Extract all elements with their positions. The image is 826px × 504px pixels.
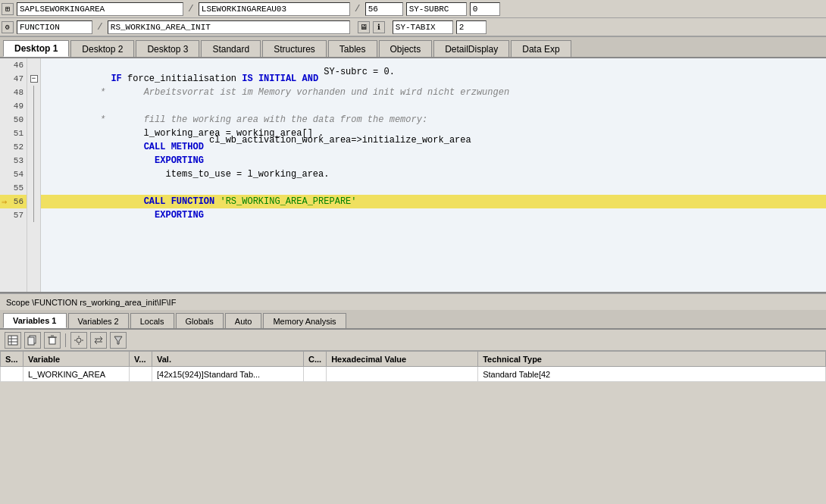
variables-table-wrapper[interactable]: S... Variable V... Val. C... Hexadecimal… [0, 351, 826, 382]
table-icon-btn[interactable] [5, 332, 21, 349]
line-num-51: 51 [0, 127, 27, 140]
transfer-btn[interactable] [90, 332, 107, 349]
svg-marker-16 [114, 337, 122, 344]
variables-table: S... Variable V... Val. C... Hexadecimal… [0, 351, 826, 382]
code-editor: 46 47 48 49 50 51 52 53 54 55 ⇒ 56 57 − [0, 58, 826, 293]
svg-rect-6 [49, 337, 55, 344]
bottom-tab-locals[interactable]: Locals [130, 313, 174, 328]
cell-s [1, 367, 23, 382]
fold-49 [27, 99, 40, 113]
fold-56 [27, 195, 40, 208]
col-header-variable: Variable [23, 352, 130, 367]
line-num-49: 49 [0, 99, 27, 113]
col-header-tech: Technical Type [478, 352, 826, 367]
tab-desktop1[interactable]: Desktop 1 [3, 40, 69, 57]
function-name[interactable]: RS_WORKING_AREA_INIT [108, 20, 350, 34]
fold-52 [27, 140, 40, 154]
delete-btn[interactable] [44, 332, 61, 349]
code-line-54: items_to_use = l_working_area. [41, 167, 826, 181]
tab-desktop3[interactable]: Desktop 3 [136, 40, 199, 57]
line-num-52: 52 [0, 140, 27, 154]
svg-point-9 [77, 338, 81, 343]
fold-54 [27, 167, 40, 181]
cell-v [130, 367, 152, 382]
main-tabs-row: Desktop 1 Desktop 2 Desktop 3 Standard S… [0, 37, 826, 58]
code-lines[interactable]: IF force_initialisation IS INITIAL AND S… [41, 58, 826, 292]
monitor-icon[interactable]: 🖥 [358, 21, 370, 33]
tab-tables[interactable]: Tables [328, 40, 377, 57]
bottom-tabs-row: Variables 1 Variables 2 Locals Globals A… [0, 310, 826, 330]
table-row[interactable]: L_WORKING_AREA [42x15(924)]Standard Tab.… [1, 367, 826, 382]
info-icon[interactable]: ℹ [373, 21, 385, 33]
copy-btn[interactable] [24, 332, 41, 349]
line-num-54: 54 [0, 167, 27, 181]
program-name[interactable]: SAPLSEWORKINGAREA [17, 2, 183, 16]
tab-detaildisplay[interactable]: DetailDisplay [433, 40, 509, 57]
tab-dataexp[interactable]: Data Exp [511, 40, 571, 57]
bottom-tab-variables1[interactable]: Variables 1 [3, 313, 67, 328]
code-line-49 [41, 99, 826, 113]
line-gutter: 46 47 48 49 50 51 52 53 54 55 ⇒ 56 57 [0, 58, 27, 292]
svg-rect-5 [28, 337, 34, 345]
fold-57 [27, 208, 40, 222]
col-header-v: V... [130, 352, 152, 367]
settings-btn[interactable] [70, 332, 87, 349]
col-header-c: C... [304, 352, 327, 367]
col-header-hex: Hexadecimal Value [327, 352, 478, 367]
tab-standard[interactable]: Standard [201, 40, 261, 57]
toolbar-row-1: ⊞ SAPLSEWORKINGAREA / LSEWORKINGAREAU03 … [0, 0, 826, 18]
line-number[interactable]: 56 [365, 2, 403, 16]
tab-structures[interactable]: Structures [262, 40, 327, 57]
bottom-panel: Variables 1 Variables 2 Locals Globals A… [0, 310, 826, 382]
toolbar-separator-1 [65, 333, 66, 347]
fold-box-47[interactable]: − [30, 75, 38, 83]
bottom-tab-globals[interactable]: Globals [176, 313, 224, 328]
sy-tabix-value[interactable]: 2 [456, 20, 487, 34]
line-num-53: 53 [0, 154, 27, 167]
sy-tabix-label: SY-TABIX [393, 20, 453, 34]
code-line-48: * Arbeitsvorrat ist im Memory vorhanden … [41, 86, 826, 99]
sy-subrc-value[interactable]: 0 [470, 2, 500, 16]
line-num-46: 46 [0, 58, 27, 72]
top-toolbar: ⊞ SAPLSEWORKINGAREA / LSEWORKINGAREAU03 … [0, 0, 826, 37]
line-num-55: 55 [0, 181, 27, 195]
function-icon: ⚙ [2, 21, 14, 33]
fold-47[interactable]: − [27, 72, 40, 86]
filter-btn[interactable] [110, 332, 127, 349]
current-line-arrow: ⇒ [2, 196, 7, 208]
module-name[interactable]: LSEWORKINGAREAU03 [199, 2, 350, 16]
fold-gutter: − [27, 58, 41, 292]
fold-51 [27, 127, 40, 140]
tab-objects[interactable]: Objects [379, 40, 433, 57]
bottom-tab-auto[interactable]: Auto [225, 313, 262, 328]
cell-variable: L_WORKING_AREA [23, 367, 130, 382]
cell-val: [42x15(924)]Standard Tab... [152, 367, 304, 382]
bottom-tab-variables2[interactable]: Variables 2 [68, 313, 129, 328]
line-num-47: 47 [0, 72, 27, 86]
status-bar: Scope \FUNCTION rs_working_area_init\IF\… [0, 293, 826, 310]
code-line-52: CALL METHOD cl_wb_activation_work_area=>… [41, 140, 826, 154]
slash-1: / [186, 3, 196, 14]
line-num-50: 50 [0, 113, 27, 127]
cell-tech: Standard Table[42 [478, 367, 826, 382]
line-num-57: 57 [0, 208, 27, 222]
code-line-57: EXPORTING [41, 208, 826, 222]
fold-55 [27, 181, 40, 195]
code-line-56: CALL FUNCTION 'RS_WORKING_AREA_PREPARE' [41, 195, 826, 208]
fold-50 [27, 113, 40, 127]
cell-c [304, 367, 327, 382]
line-num-56: ⇒ 56 [0, 195, 27, 208]
toolbar-row-2: ⚙ FUNCTION / RS_WORKING_AREA_INIT 🖥 ℹ SY… [0, 18, 826, 36]
code-line-55 [41, 181, 826, 195]
code-container: 46 47 48 49 50 51 52 53 54 55 ⇒ 56 57 − [0, 58, 826, 292]
fold-46 [27, 58, 40, 72]
bottom-tab-memory[interactable]: Memory Analysis [263, 313, 346, 328]
bottom-toolbar [0, 330, 826, 351]
cell-hex [327, 367, 478, 382]
tab-desktop2[interactable]: Desktop 2 [70, 40, 134, 57]
slash-3: / [95, 21, 105, 33]
sy-subrc-label: SY-SUBRC [406, 2, 467, 16]
slash-2: / [353, 3, 362, 14]
program-icon: ⊞ [2, 3, 14, 15]
code-line-46 [41, 58, 826, 72]
